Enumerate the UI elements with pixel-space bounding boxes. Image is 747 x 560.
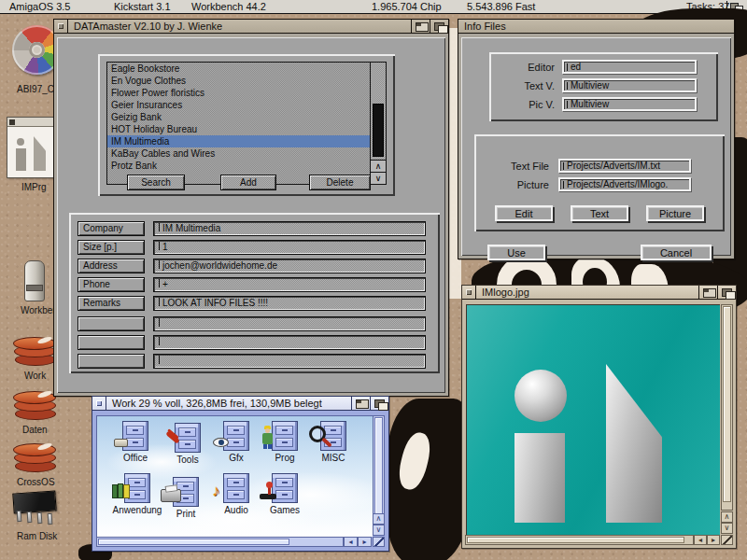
drawer-icon-print[interactable]: Print: [160, 477, 212, 519]
drawer-icon-prog[interactable]: Prog: [259, 421, 311, 463]
list-scrollbar[interactable]: ∧ ∨: [370, 63, 386, 184]
add-button[interactable]: Add: [220, 175, 276, 190]
scroll-left-icon[interactable]: ◂: [344, 537, 358, 547]
scroll-right-icon[interactable]: ▸: [358, 537, 372, 547]
desktop-icon-label: Ram Disk: [17, 531, 57, 541]
list-item-selected[interactable]: IM Multimedia: [107, 135, 386, 147]
scroll-down-icon[interactable]: ∨: [371, 172, 386, 184]
desktop-icon-daten[interactable]: Daten: [13, 389, 65, 441]
textfile-field[interactable]: Projects/Adverts/IM.txt: [558, 159, 691, 173]
drawer-glyph: ♪: [223, 473, 249, 503]
scroll-down-icon[interactable]: ∨: [721, 523, 733, 534]
extra-field[interactable]: [153, 335, 426, 350]
scroll-up-icon[interactable]: ∧: [721, 511, 733, 523]
close-gadget-icon[interactable]: [462, 286, 476, 300]
work-vscrollbar[interactable]: [373, 415, 385, 525]
resize-gadget-icon[interactable]: [721, 535, 733, 545]
info-files-window[interactable]: Info Files Editor ed Text V. Multiview P…: [458, 19, 735, 259]
drawer-icon-games[interactable]: Games: [259, 473, 311, 515]
datamaster-titlebar[interactable]: DATAmaster V2.10 by J. Wienke: [54, 20, 448, 34]
info-files-titlebar[interactable]: Info Files: [458, 20, 734, 34]
list-item[interactable]: Flower Power floristics: [107, 87, 386, 99]
drawer-icon-gfx[interactable]: Gfx: [210, 421, 262, 463]
work-window[interactable]: Work 29 % voll, 326,8MB frei, 130,9MB be…: [92, 396, 389, 552]
magnifier-badge-icon: [309, 426, 326, 442]
use-button[interactable]: Use: [487, 245, 545, 260]
list-item[interactable]: HOT Holiday Bureau: [107, 123, 386, 135]
list-item[interactable]: En Vogue Clothes: [107, 75, 386, 87]
list-item[interactable]: KaBay Cables and Wires: [107, 147, 386, 160]
depth-gadget-icon[interactable]: [717, 286, 736, 300]
close-gadget-icon[interactable]: [54, 20, 68, 34]
size-field[interactable]: 1: [153, 240, 426, 255]
scrollbar-thumb[interactable]: [373, 104, 384, 157]
editor-field[interactable]: ed: [562, 60, 697, 74]
chip-pin: [17, 511, 22, 522]
drawer-glyph: [173, 477, 199, 507]
scroll-down-icon[interactable]: ∨: [373, 525, 385, 536]
drawer-icon-misc[interactable]: MISC: [307, 421, 359, 463]
zoom-gadget-icon[interactable]: [351, 397, 370, 411]
field-label: Company: [78, 221, 145, 236]
drawer-icon-audio[interactable]: ♪ Audio: [210, 473, 262, 515]
drawer-icon-tools[interactable]: Tools: [162, 423, 214, 465]
imlogo-titlebar[interactable]: IMlogo.jpg: [462, 286, 736, 300]
picture-label: Picture: [491, 179, 549, 190]
imlogo-window[interactable]: IMlogo.jpg ∧ ∨ ◂ ▸: [461, 285, 737, 549]
edit-button[interactable]: Edit: [495, 205, 553, 221]
picviewer-field[interactable]: Multiview: [562, 97, 697, 111]
imlogo-hscrollbar[interactable]: [465, 535, 694, 545]
close-gadget-icon[interactable]: [92, 397, 106, 411]
address-field[interactable]: jochen@worldwidehome.de: [153, 259, 426, 273]
textviewer-field[interactable]: Multiview: [562, 78, 697, 92]
datamaster-window[interactable]: DATAmaster V2.10 by J. Wienke Eagle Book…: [53, 19, 449, 397]
drawer-icon-office[interactable]: Office: [109, 421, 162, 463]
field-label: Address: [78, 259, 145, 273]
scrollbar-thumb[interactable]: [98, 539, 289, 545]
imlogo-vscrollbar[interactable]: [721, 304, 733, 511]
zoom-gadget-icon[interactable]: [698, 286, 717, 300]
phone-field[interactable]: +: [153, 277, 426, 292]
list-item[interactable]: Protz Bank: [107, 160, 386, 172]
delete-button[interactable]: Delete: [309, 175, 371, 190]
resize-gadget-icon[interactable]: [373, 537, 385, 547]
drawer-label: Office: [109, 453, 162, 463]
list-groupbox: Eagle Bookstore En Vogue Clothes Flower …: [98, 54, 395, 196]
list-item[interactable]: Eagle Bookstore: [107, 63, 386, 75]
desktop-icon-crossos[interactable]: CrossOS: [13, 441, 65, 494]
scroll-left-icon[interactable]: ◂: [694, 535, 707, 545]
drawer-icon-anwendung[interactable]: Anwendung: [111, 473, 163, 515]
remarks-field[interactable]: LOOK AT INFO FILES !!!!: [153, 296, 426, 311]
use-button-label: Use: [507, 247, 526, 259]
depth-gadget-icon[interactable]: [430, 20, 448, 34]
scrollbar-thumb[interactable]: [467, 537, 684, 543]
depth-gadget-icon[interactable]: [370, 397, 388, 411]
picture-field[interactable]: Projects/Adverts/IMlogo.: [558, 177, 691, 191]
company-field[interactable]: IM Multimedia: [153, 221, 426, 236]
body: [262, 433, 273, 444]
list-item[interactable]: Geizig Bank: [107, 111, 386, 123]
desktop-icon-ramdisk[interactable]: Ram Disk: [11, 490, 67, 548]
work-hscrollbar[interactable]: [96, 537, 344, 547]
scrollbar-thumb[interactable]: [723, 306, 731, 502]
cancel-button[interactable]: Cancel: [641, 245, 712, 260]
eye-pupil: [218, 440, 224, 445]
joystick-badge-icon: [260, 482, 278, 500]
scroll-up-icon[interactable]: ∧: [371, 160, 386, 172]
scroll-right-icon[interactable]: ▸: [707, 535, 720, 545]
scroll-up-icon[interactable]: ∧: [373, 513, 385, 525]
list-item[interactable]: Geier Insurances: [107, 99, 386, 111]
scrollbar-thumb[interactable]: [374, 417, 383, 520]
chip-memory-label: 1.965.704 Chip: [372, 1, 442, 12]
viewers-groupbox: Editor ed Text V. Multiview Pic V. Multi…: [489, 52, 718, 121]
search-button[interactable]: Search: [127, 175, 185, 190]
work-titlebar[interactable]: Work 29 % voll, 326,8MB frei, 130,9MB be…: [92, 397, 388, 411]
text-button[interactable]: Text: [571, 205, 628, 221]
picture-button[interactable]: Picture: [646, 205, 704, 221]
extra-field[interactable]: [153, 316, 426, 331]
book: [123, 484, 130, 498]
cd-hole: [29, 42, 45, 58]
extra-field[interactable]: [153, 354, 426, 369]
zoom-gadget-icon[interactable]: [411, 20, 430, 34]
company-listbox[interactable]: Eagle Bookstore En Vogue Clothes Flower …: [106, 62, 387, 185]
